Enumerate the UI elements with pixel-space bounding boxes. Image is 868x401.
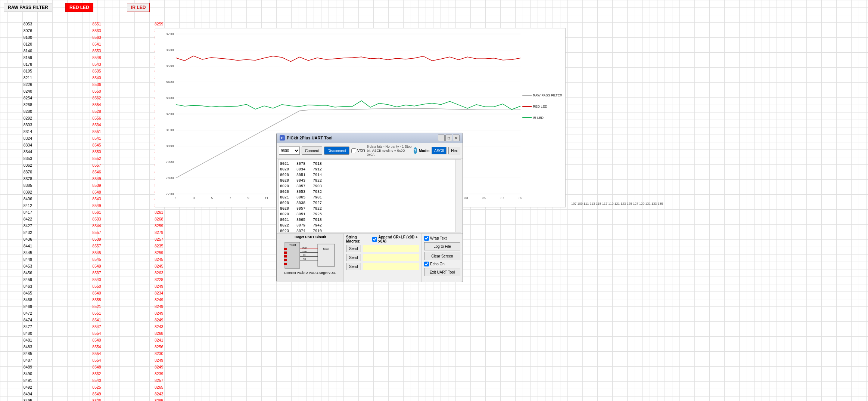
table-row: 8469	[0, 303, 56, 310]
table-row: 8561	[69, 209, 125, 216]
table-row: 8554	[69, 357, 125, 364]
wrap-text-label[interactable]: Wrap Text	[424, 236, 460, 241]
baud-rate-select[interactable]: 9600 115200 38400	[279, 146, 300, 155]
table-row: 8432	[0, 229, 56, 236]
table-row: 8449	[0, 256, 56, 263]
table-row: 8249	[131, 303, 187, 310]
table-row: 8491	[0, 377, 56, 384]
vdd-checkbox-label[interactable]: VDD	[351, 148, 365, 153]
vdd-checkbox[interactable]	[351, 148, 356, 153]
list-item: 802180657918	[280, 217, 459, 223]
dialog-title-text: PICkit 2Plus UART Tool	[287, 136, 333, 140]
table-row: 8453	[0, 263, 56, 269]
ascii-mode-button[interactable]: ASCII	[432, 147, 447, 154]
table-row: 8265	[131, 397, 187, 401]
table-row: 8480	[0, 330, 56, 337]
table-row: 8541	[69, 317, 125, 323]
connect-button[interactable]: Connect	[302, 146, 322, 155]
string-macros-panel: String Macros: Append CR+LF (x0D + x0A) …	[344, 234, 421, 282]
macro-row-3: Send	[346, 263, 419, 270]
exit-uart-button[interactable]: Exit UART Tool	[424, 268, 460, 276]
macro-input-2[interactable]	[363, 254, 419, 261]
table-row: 8256	[131, 343, 187, 350]
minimize-button[interactable]: −	[438, 135, 445, 141]
table-row: 8254	[0, 95, 56, 101]
table-row: 8547	[69, 323, 125, 330]
list-item: 802080347912	[280, 167, 459, 172]
table-row: 8234	[131, 290, 187, 296]
svg-text:33: 33	[464, 196, 468, 200]
svg-rect-51	[284, 252, 287, 254]
table-row: 8249	[131, 364, 187, 370]
svg-rect-50	[284, 248, 287, 250]
circuit-label: Target UART Circuit	[294, 235, 326, 239]
help-button[interactable]: ?	[414, 147, 417, 154]
table-row: 8477	[0, 323, 56, 330]
hex-mode-button[interactable]: Hex	[448, 147, 460, 154]
table-row: 8487	[0, 357, 56, 364]
table-row: 8548	[69, 189, 125, 195]
table-row: 8557	[69, 229, 125, 236]
svg-text:RED LED: RED LED	[533, 105, 547, 108]
baud-info: 8 data bits - No parity - 1 Stop bit. AS…	[367, 145, 412, 157]
table-row: 8543	[69, 195, 125, 202]
svg-text:5: 5	[211, 196, 213, 200]
macro-input-1[interactable]	[363, 245, 419, 252]
table-row: 8422	[0, 216, 56, 222]
table-row: 8545	[69, 256, 125, 263]
table-row: 8436	[0, 236, 56, 243]
table-row: 8483	[0, 343, 56, 350]
table-row: 8474	[0, 317, 56, 323]
table-row: 8554	[69, 330, 125, 337]
svg-text:8500: 8500	[166, 64, 174, 68]
list-item: 802080437922	[280, 178, 459, 183]
table-row: 8540	[69, 337, 125, 343]
append-crlf-text: Append CR+LF (x0D + x0A)	[378, 235, 419, 243]
dialog-bottom: Target UART Circuit PICkit Target	[277, 233, 463, 282]
table-row: 8249	[131, 296, 187, 303]
table-row: 8540	[69, 74, 125, 81]
table-row: 8537	[69, 269, 125, 276]
dialog-title: P PICkit 2Plus UART Tool	[280, 135, 333, 141]
svg-text:9: 9	[248, 196, 249, 200]
append-crlf-label[interactable]: Append CR+LF (x0D + x0A)	[372, 235, 419, 243]
send-button-1[interactable]: Send	[346, 245, 361, 252]
log-to-file-button[interactable]: Log to File	[424, 242, 460, 250]
list-item: 802180787918	[280, 161, 459, 167]
table-row: 8211	[0, 74, 56, 81]
send-button-2[interactable]: Send	[346, 254, 361, 261]
clear-screen-button[interactable]: Clear Screen	[424, 252, 460, 260]
data-scrollbar[interactable]	[455, 160, 461, 232]
table-row: 8554	[69, 350, 125, 357]
string-macros-label: String Macros:	[346, 235, 368, 243]
macro-input-3[interactable]	[363, 263, 419, 270]
close-button[interactable]: ✕	[453, 135, 460, 141]
table-row: 8535	[69, 68, 125, 74]
table-row: 8465	[0, 290, 56, 296]
table-row: 8526	[69, 397, 125, 401]
x-axis-extended: 107 109 111 113 115 117 119 121 123 125 …	[571, 202, 663, 206]
table-row: 8550	[69, 148, 125, 155]
svg-text:7800: 7800	[166, 176, 174, 180]
wrap-text-text: Wrap Text	[430, 236, 447, 240]
ir-led-label: IR LED	[127, 3, 150, 12]
echo-on-label[interactable]: Echo On	[424, 262, 460, 266]
table-row: 8459	[0, 276, 56, 283]
dialog-controls[interactable]: − □ ✕	[438, 135, 460, 141]
send-button-3[interactable]: Send	[346, 263, 361, 270]
wrap-text-checkbox[interactable]	[424, 236, 429, 241]
uart-data-display: 8021807879188020803479128020805179148020…	[278, 159, 461, 232]
echo-on-checkbox[interactable]	[424, 262, 429, 266]
list-item: 802280797942	[280, 223, 459, 228]
table-row: 8557	[69, 243, 125, 249]
append-crlf-checkbox[interactable]	[372, 237, 377, 242]
disconnect-button[interactable]: Disconnect	[324, 146, 349, 155]
table-row: 8463	[0, 283, 56, 290]
svg-text:8100: 8100	[166, 128, 174, 132]
svg-text:IR LED: IR LED	[533, 116, 544, 120]
red-led-label: RED LED	[65, 3, 93, 12]
table-row: 8303	[0, 121, 56, 128]
table-row: 8245	[131, 263, 187, 269]
maximize-button[interactable]: □	[445, 135, 452, 141]
table-row: 8378	[0, 175, 56, 182]
